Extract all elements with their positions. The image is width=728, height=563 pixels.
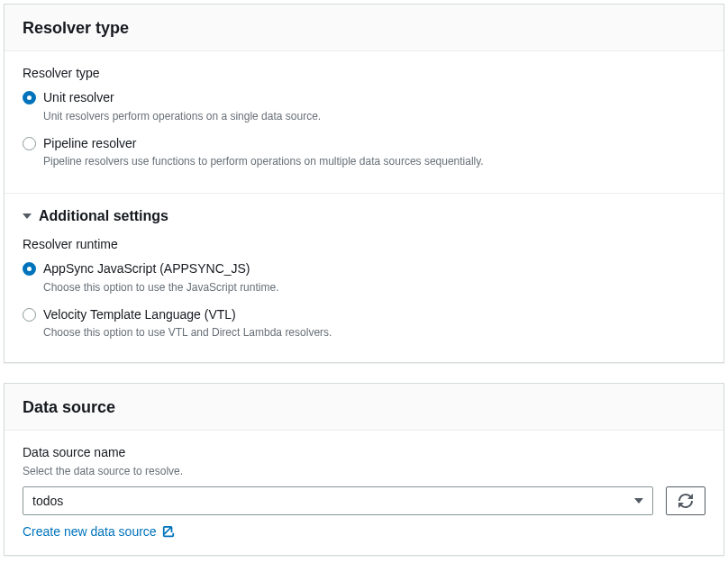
radio-vtl-label: Velocity Template Language (VTL) [43,306,705,324]
data-source-name-desc: Select the data source to resolve. [23,465,705,477]
radio-appsync-js[interactable]: AppSync JavaScript (APPSYNC_JS) Choose t… [23,257,705,303]
radio-unit-desc: Unit resolvers perform operations on a s… [43,108,705,124]
radio-pipeline-resolver[interactable]: Pipeline resolver Pipeline resolvers use… [23,132,705,177]
radio-selected-icon [23,91,36,104]
additional-settings-body: Resolver runtime AppSync JavaScript (APP… [5,233,723,362]
data-source-select[interactable]: todos [23,486,653,515]
radio-vtl[interactable]: Velocity Template Language (VTL) Choose … [23,303,705,349]
resolver-type-panel: Resolver type Resolver type Unit resolve… [4,4,724,363]
data-source-header: Data source [5,384,723,431]
radio-unit-label: Unit resolver [43,89,705,107]
data-source-body: Data source name Select the data source … [5,431,723,555]
resolver-runtime-label: Resolver runtime [23,237,705,251]
data-source-selected-value: todos [32,494,63,508]
radio-appsync-js-label: AppSync JavaScript (APPSYNC_JS) [43,260,705,278]
data-source-title: Data source [23,398,705,417]
data-source-select-row: todos [23,486,705,515]
resolver-type-header: Resolver type [5,5,723,51]
resolver-type-group-label: Resolver type [23,66,705,80]
resolver-type-title: Resolver type [23,19,705,38]
radio-unselected-icon [23,308,36,322]
radio-vtl-desc: Choose this option to use VTL and Direct… [43,324,705,341]
data-source-name-label: Data source name [23,445,705,459]
radio-pipeline-desc: Pipeline resolvers use functions to perf… [43,153,705,169]
resolver-type-body: Resolver type Unit resolver Unit resolve… [5,51,723,193]
additional-settings-toggle[interactable]: Additional settings [5,194,723,233]
additional-settings-title: Additional settings [39,208,168,224]
radio-unselected-icon [23,137,36,150]
refresh-button[interactable] [666,486,705,515]
radio-pipeline-label: Pipeline resolver [43,135,705,153]
create-data-source-label: Create new data source [23,524,157,539]
caret-down-icon [23,213,32,219]
data-source-panel: Data source Data source name Select the … [4,383,724,556]
chevron-down-icon [634,498,643,504]
create-data-source-link[interactable]: Create new data source [23,524,175,539]
radio-unit-resolver[interactable]: Unit resolver Unit resolvers perform ope… [23,86,705,132]
radio-appsync-js-desc: Choose this option to use the JavaScript… [43,279,705,295]
refresh-icon [678,494,693,508]
radio-selected-icon [23,262,36,276]
external-link-icon [162,525,175,538]
